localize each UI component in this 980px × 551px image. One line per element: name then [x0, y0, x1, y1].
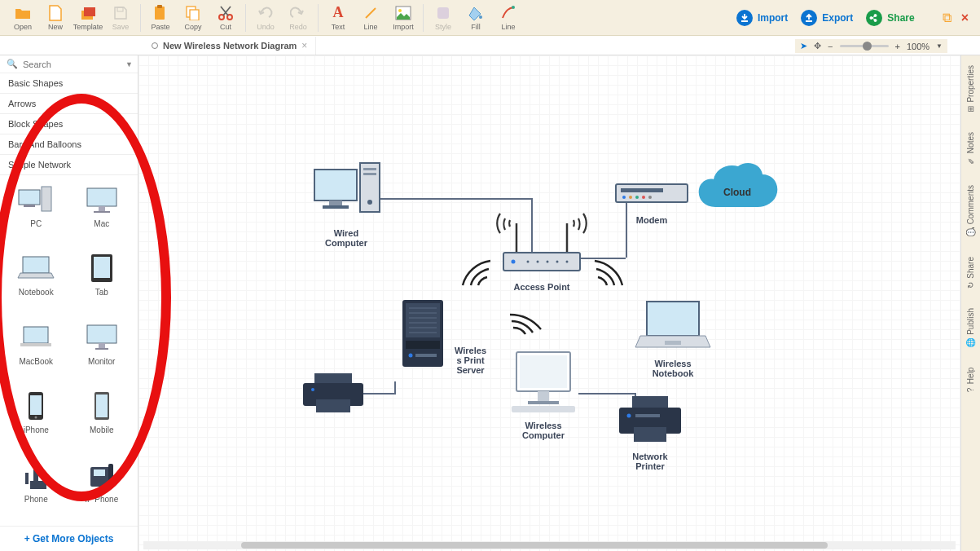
open-button[interactable]: Open: [7, 2, 39, 34]
save-icon: [112, 5, 129, 21]
search-input[interactable]: [23, 60, 131, 69]
svg-rect-26: [87, 325, 116, 343]
import-pill[interactable]: Import: [730, 7, 794, 29]
save-button[interactable]: Save: [104, 2, 137, 34]
shape-macbook[interactable]: MacBook: [5, 318, 68, 383]
svg-rect-36: [25, 473, 29, 484]
pen-icon: [500, 5, 516, 21]
new-button[interactable]: New: [39, 2, 72, 34]
template-button[interactable]: Template: [72, 2, 104, 34]
fill-button[interactable]: Fill: [459, 2, 492, 34]
svg-rect-6: [190, 10, 199, 20]
category-arrows[interactable]: Arrows: [0, 94, 138, 114]
svg-rect-2: [117, 7, 123, 11]
folder-icon: [15, 5, 31, 21]
svg-rect-77: [316, 399, 350, 412]
chevron-down-icon[interactable]: ▼: [936, 42, 943, 50]
svg-rect-1: [84, 7, 95, 16]
document-tab[interactable]: New Wireless Network Diagram ×: [143, 37, 316, 55]
search-icon: 🔍: [7, 59, 18, 69]
svg-rect-86: [632, 396, 668, 409]
rail-publish[interactable]: 🌐Publish: [965, 298, 977, 358]
tab-close-icon[interactable]: ×: [301, 40, 307, 51]
svg-rect-82: [528, 401, 559, 404]
cut-button[interactable]: Cut: [209, 2, 242, 34]
rail-comments[interactable]: 💬Comments: [965, 175, 977, 247]
svg-rect-42: [323, 205, 349, 209]
shape-pc[interactable]: PC: [5, 180, 68, 245]
category-block-shapes[interactable]: Block Shapes: [0, 114, 138, 134]
rail-help[interactable]: ?Help: [965, 358, 977, 402]
close-icon[interactable]: ×: [961, 11, 969, 25]
svg-point-61: [642, 196, 645, 199]
svg-rect-33: [96, 395, 108, 417]
text-button[interactable]: AText: [322, 2, 354, 34]
line-button[interactable]: Line: [354, 2, 387, 34]
svg-rect-16: [24, 205, 35, 207]
shape-phone[interactable]: Phone: [5, 456, 68, 521]
node-wireless-computer[interactable]: Wireless Computer: [508, 346, 578, 440]
svg-rect-83: [512, 406, 575, 412]
share-pill[interactable]: Share: [859, 7, 921, 29]
svg-point-58: [622, 196, 626, 199]
share-icon: [866, 10, 882, 26]
style-button[interactable]: Style: [427, 2, 459, 34]
node-wired-computer[interactable]: Wired Computer: [310, 161, 383, 248]
zoom-out-icon[interactable]: −: [828, 42, 833, 51]
paste-button[interactable]: Paste: [144, 2, 177, 34]
svg-rect-19: [99, 206, 105, 211]
fill-icon: [468, 5, 484, 21]
canvas-area[interactable]: Wired Computer Access Point Modem Cloud: [138, 55, 960, 551]
rail-properties[interactable]: ⊞Properties: [965, 55, 977, 122]
svg-rect-17: [42, 187, 51, 211]
line-style-button[interactable]: Line: [492, 2, 525, 34]
get-more-objects-link[interactable]: + Get More Objects: [0, 526, 138, 551]
svg-text:Cloud: Cloud: [723, 187, 751, 198]
node-print-server[interactable]: Wireles s Print Server: [399, 297, 486, 375]
rail-notes[interactable]: ✎Notes: [965, 122, 977, 175]
horizontal-scrollbar[interactable]: [143, 541, 956, 549]
svg-rect-25: [20, 343, 51, 346]
tab-title: New Wireless Network Diagram: [163, 41, 297, 51]
redo-button[interactable]: Redo: [282, 2, 314, 34]
svg-point-31: [35, 417, 37, 419]
import-image-button[interactable]: Import: [387, 2, 420, 34]
svg-rect-84: [647, 302, 699, 336]
node-cloud[interactable]: Cloud: [692, 161, 782, 223]
text-icon: A: [330, 5, 346, 21]
chevron-down-icon[interactable]: ▼: [125, 60, 133, 68]
node-access-point[interactable]: Access Point: [489, 212, 595, 292]
shape-mac[interactable]: Mac: [71, 180, 134, 245]
shapes-sidebar: 🔍 ▼ Basic Shapes Arrows Block Shapes Bar…: [0, 55, 138, 551]
pointer-tool-icon[interactable]: ➤: [800, 41, 807, 51]
shape-notebook[interactable]: Notebook: [5, 249, 68, 314]
zoom-slider[interactable]: [840, 45, 889, 47]
minimize-icon[interactable]: ⧉: [943, 11, 951, 25]
undo-button[interactable]: Undo: [249, 2, 282, 34]
category-simple-network[interactable]: Simple Network: [0, 155, 138, 175]
zoom-controls: ➤ ✥ − + 100% ▼: [795, 39, 947, 53]
shape-iphone[interactable]: iPhone: [5, 386, 68, 452]
copy-button[interactable]: Copy: [177, 2, 209, 34]
shape-tab[interactable]: Tab: [71, 249, 134, 314]
svg-rect-20: [94, 211, 110, 213]
category-bars-balloons[interactable]: Bars And Balloons: [0, 134, 138, 155]
svg-point-11: [398, 9, 402, 12]
svg-point-78: [311, 388, 314, 391]
file-icon: [47, 5, 64, 21]
pan-tool-icon[interactable]: ✥: [814, 41, 821, 51]
shape-ip-phone[interactable]: IP Phone: [71, 456, 134, 521]
node-network-printer[interactable]: Network Printer: [613, 393, 688, 471]
rail-share[interactable]: ↻Share: [965, 247, 977, 298]
svg-rect-35: [33, 461, 38, 483]
svg-rect-3: [155, 7, 165, 20]
export-pill[interactable]: Export: [794, 7, 859, 29]
category-basic-shapes[interactable]: Basic Shapes: [0, 73, 138, 94]
zoom-in-icon[interactable]: +: [895, 42, 900, 51]
node-modem[interactable]: Modem: [613, 178, 691, 225]
shape-monitor[interactable]: Monitor: [71, 318, 134, 383]
node-wireless-notebook[interactable]: Wireless Notebook: [634, 297, 712, 378]
shape-mobile[interactable]: Mobile: [71, 386, 134, 452]
svg-point-46: [367, 200, 372, 205]
svg-rect-40: [314, 170, 357, 201]
